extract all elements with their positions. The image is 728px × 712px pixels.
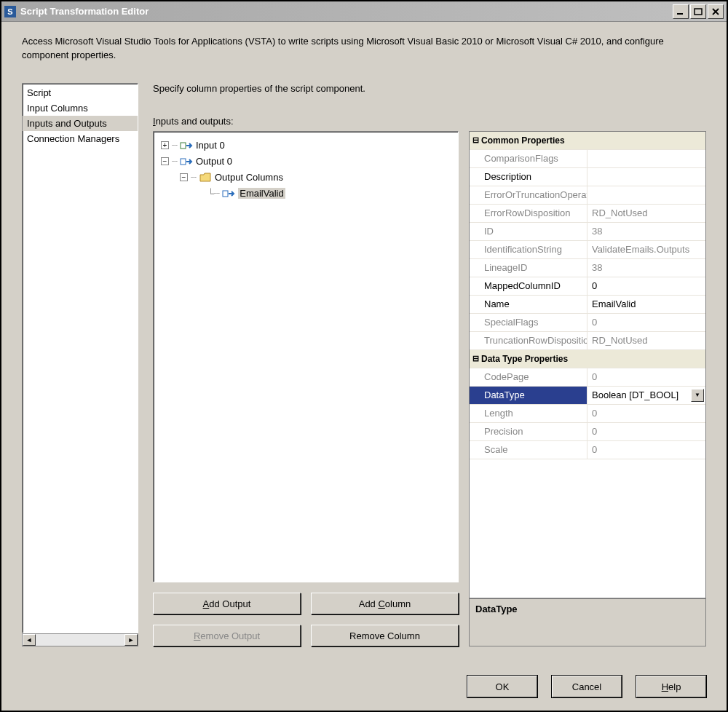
prop-truncationrowdisposition[interactable]: TruncationRowDispositionRD_NotUsed bbox=[470, 332, 705, 350]
category-datatype[interactable]: ⊟Data Type Properties bbox=[470, 350, 705, 368]
prop-codepage[interactable]: CodePage0 bbox=[470, 368, 705, 387]
prop-errorortruncation[interactable]: ErrorOrTruncationOperation bbox=[470, 186, 705, 205]
expand-icon[interactable]: + bbox=[161, 141, 169, 149]
prop-description[interactable]: Description bbox=[470, 168, 705, 186]
collapse-icon[interactable]: ⊟ bbox=[470, 354, 481, 363]
prop-specialflags[interactable]: SpecialFlags0 bbox=[470, 314, 705, 332]
help-button[interactable]: Help bbox=[636, 676, 706, 697]
add-column-button[interactable]: Add Column bbox=[311, 593, 459, 614]
scroll-left-icon[interactable]: ◄ bbox=[23, 634, 36, 646]
svg-rect-1 bbox=[695, 9, 702, 15]
property-description: DataType bbox=[469, 598, 706, 646]
minimize-button[interactable] bbox=[673, 4, 689, 19]
prop-identificationstring[interactable]: IdentificationStringValidateEmails.Outpu… bbox=[470, 241, 705, 259]
svg-rect-0 bbox=[677, 13, 683, 15]
svg-rect-4 bbox=[223, 191, 228, 197]
app-icon: S bbox=[4, 6, 16, 17]
category-common[interactable]: ⊟Common Properties bbox=[470, 132, 705, 150]
window-title: Script Transformation Editor bbox=[20, 6, 673, 17]
nav-item-script[interactable]: Script bbox=[23, 85, 138, 100]
window: S Script Transformation Editor Access Mi… bbox=[0, 0, 728, 712]
prop-scale[interactable]: Scale0 bbox=[470, 441, 705, 459]
nav-item-input-columns[interactable]: Input Columns bbox=[23, 100, 138, 116]
prop-datatype[interactable]: DataTypeBoolean [DT_BOOL]▼ bbox=[470, 387, 705, 405]
prop-length[interactable]: Length0 bbox=[470, 405, 705, 423]
io-tree[interactable]: + ┈ Input 0 − ┈ Output 0 bbox=[153, 131, 459, 582]
collapse-icon[interactable]: − bbox=[161, 157, 169, 165]
titlebar: S Script Transformation Editor bbox=[1, 1, 727, 22]
remove-column-button[interactable]: Remove Column bbox=[311, 625, 459, 646]
prop-errorrowdisposition[interactable]: ErrorRowDispositionRD_NotUsed bbox=[470, 205, 705, 223]
nav-list: Script Input Columns Inputs and Outputs … bbox=[22, 83, 138, 633]
prop-id[interactable]: ID38 bbox=[470, 223, 705, 241]
nav-item-inputs-outputs[interactable]: Inputs and Outputs bbox=[23, 116, 138, 131]
collapse-icon[interactable]: − bbox=[180, 173, 188, 181]
ok-button[interactable]: OK bbox=[467, 676, 537, 697]
maximize-button[interactable] bbox=[690, 4, 706, 19]
scroll-right-icon[interactable]: ► bbox=[124, 634, 138, 646]
tree-input0[interactable]: Input 0 bbox=[196, 140, 225, 151]
header-description: Access Microsoft Visual Studio Tools for… bbox=[22, 35, 706, 63]
svg-rect-2 bbox=[181, 143, 186, 149]
svg-rect-3 bbox=[181, 159, 186, 165]
column-arrow-icon bbox=[222, 188, 235, 199]
prop-precision[interactable]: Precision0 bbox=[470, 423, 705, 441]
nav-horizontal-scrollbar[interactable]: ◄ ► bbox=[22, 633, 138, 646]
remove-output-button: Remove Output bbox=[153, 625, 301, 646]
prop-name[interactable]: NameEmailValid bbox=[470, 296, 705, 314]
folder-icon bbox=[199, 172, 212, 183]
add-output-button[interactable]: AAdd Outputdd Output bbox=[153, 593, 301, 614]
nav-item-connection-managers[interactable]: Connection Managers bbox=[23, 131, 138, 146]
output-arrow-icon bbox=[180, 156, 193, 167]
input-arrow-icon bbox=[180, 140, 193, 151]
property-grid[interactable]: ⊟Common Properties ComparisonFlags Descr… bbox=[469, 131, 706, 598]
section-label: Specify column properties of the script … bbox=[153, 83, 706, 94]
tree-emailvalid[interactable]: EmailValid bbox=[238, 188, 285, 199]
tree-output-columns[interactable]: Output Columns bbox=[215, 172, 283, 183]
dropdown-arrow-icon[interactable]: ▼ bbox=[691, 389, 704, 402]
collapse-icon[interactable]: ⊟ bbox=[470, 135, 481, 145]
prop-mappedcolumnid[interactable]: MappedColumnID0 bbox=[470, 277, 705, 296]
close-button[interactable] bbox=[708, 4, 724, 19]
tree-output0[interactable]: Output 0 bbox=[196, 156, 232, 167]
prop-comparisonflags[interactable]: ComparisonFlags bbox=[470, 150, 705, 168]
io-label: Inputs and outputs: bbox=[153, 116, 706, 127]
cancel-button[interactable]: Cancel bbox=[552, 676, 622, 697]
prop-lineageid[interactable]: LineageID38 bbox=[470, 259, 705, 277]
